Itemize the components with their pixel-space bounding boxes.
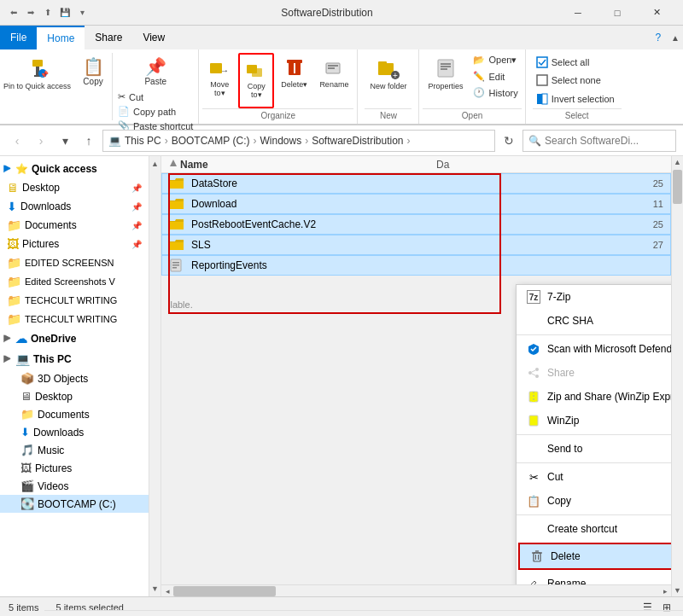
maximize-button[interactable]: □	[598, 0, 637, 26]
sidebar-item-music[interactable]: 🎵 Music	[0, 441, 149, 459]
minimize-button[interactable]: ─	[558, 0, 598, 26]
breadcrumb-bootcamp[interactable]: BOOTCAMP (C:)	[172, 135, 250, 147]
name-header[interactable]: Name	[180, 159, 436, 171]
h-scroll-thumb[interactable]	[173, 586, 276, 596]
copy-button[interactable]: 📋 Copy	[74, 53, 112, 120]
documents-icon: 📁	[7, 218, 21, 232]
ctx-delete[interactable]: Delete	[518, 543, 671, 570]
v-scroll-up-btn[interactable]: ▲	[672, 156, 683, 168]
ribbon-collapse[interactable]: ▲	[668, 26, 683, 49]
open-button[interactable]: 📂 Open▾	[470, 53, 521, 67]
sidebar-item-documents[interactable]: 📁 Documents 📌	[0, 216, 149, 235]
copy-path-button[interactable]: 📄 Copy path	[113, 104, 198, 119]
svg-rect-31	[172, 267, 177, 269]
properties-button[interactable]: Properties	[423, 53, 468, 108]
sidebar-item-pc-downloads[interactable]: ⬇ Downloads	[0, 423, 149, 441]
sidebar-item-edited2[interactable]: 📁 Edited Screenshots V	[0, 272, 149, 291]
sidebar-item-3dobjects[interactable]: 📦 3D Objects	[0, 369, 149, 387]
copy-to-button[interactable]: Copyto▾	[238, 53, 274, 108]
date-header[interactable]: Da	[436, 159, 664, 171]
back-button[interactable]: ‹	[7, 131, 27, 151]
ctx-defender[interactable]: Scan with Microsoft Defender...	[517, 337, 671, 361]
close-button[interactable]: ✕	[637, 0, 676, 26]
ctx-cut[interactable]: ✂ Cut	[517, 465, 671, 489]
sidebar-item-desktop[interactable]: 🖥 Desktop 📌	[0, 178, 149, 197]
delete-button[interactable]: Delete▾	[276, 53, 312, 108]
ctx-defender-label: Scan with Microsoft Defender...	[547, 343, 671, 355]
breadcrumb-thispc[interactable]: This PC	[125, 135, 161, 147]
ctx-rename[interactable]: Rename	[517, 572, 671, 584]
ctx-sendto[interactable]: Send to ›	[517, 437, 671, 461]
invert-selection-button[interactable]: Invert selection	[533, 91, 622, 107]
tab-file[interactable]: File	[0, 26, 37, 49]
paste-icon: 📌	[145, 56, 166, 77]
file-item-datastore[interactable]: DataStore 25	[161, 173, 671, 194]
ctx-crcsha[interactable]: CRC SHA ›	[517, 309, 671, 333]
ctx-zipshare-label: Zip and Share (WinZip Express)	[547, 391, 671, 403]
onedrive-header[interactable]: ⯈ ☁ OneDrive	[0, 328, 149, 349]
file-item-sls[interactable]: SLS 27	[161, 235, 671, 255]
paste-button[interactable]: 📌 Paste	[113, 53, 198, 90]
select-all-button[interactable]: Select all	[533, 55, 622, 70]
file-item-reporting[interactable]: ReportingEvents	[161, 255, 671, 276]
h-scroll-left-btn[interactable]: ◂	[161, 585, 173, 597]
refresh-button[interactable]: ↻	[499, 131, 519, 151]
sidebar-item-techcult1[interactable]: 📁 TECHCULT WRITING	[0, 291, 149, 310]
ctx-7zip[interactable]: 7z 7-Zip ›	[517, 285, 671, 309]
new-folder-button[interactable]: + New folder	[365, 53, 412, 108]
sidebar-pc-pictures-label: Pictures	[35, 462, 72, 474]
edit-button[interactable]: ✏️ Edit	[470, 69, 521, 84]
sidebar-item-pc-documents[interactable]: 📁 Documents	[0, 405, 149, 423]
breadcrumb-softdist[interactable]: SoftwareDistribution	[312, 135, 403, 147]
cut-button[interactable]: ✂ Cut	[113, 90, 198, 104]
ctx-defender-icon	[527, 342, 540, 356]
sidebar-documents-label: Documents	[25, 219, 77, 231]
forward-button[interactable]: ›	[31, 131, 51, 151]
h-scroll-right-btn[interactable]: ▸	[659, 585, 671, 597]
ctx-zipshare[interactable]: Zip and Share (WinZip Express)	[517, 385, 671, 409]
tab-view[interactable]: View	[132, 26, 175, 49]
sidebar-item-bootcamp[interactable]: 💽 BOOTCAMP (C:)	[0, 495, 149, 513]
up-button[interactable]: ↑	[79, 131, 99, 151]
tab-home[interactable]: Home	[37, 26, 85, 49]
ctx-copy[interactable]: 📋 Copy	[517, 489, 671, 513]
file-item-postreboot[interactable]: PostRebootEventCache.V2 25	[161, 214, 671, 235]
ctx-shortcut[interactable]: Create shortcut	[517, 517, 671, 541]
sidebar-item-techcult2[interactable]: 📁 TECHCULT WRITING	[0, 310, 149, 328]
sidebar-item-pictures[interactable]: 🖼 Pictures 📌	[0, 235, 149, 253]
file-item-download[interactable]: Download 11	[161, 194, 671, 214]
sidebar-edited1-label: EDITED SCREENSN	[25, 258, 114, 268]
ctx-sendto-icon	[527, 442, 540, 456]
search-input[interactable]	[545, 135, 673, 147]
sidebar-item-edited1[interactable]: 📁 EDITED SCREENSN	[0, 253, 149, 272]
rename-button[interactable]: Rename	[314, 53, 353, 108]
v-scroll-down-btn[interactable]: ▼	[672, 584, 683, 596]
breadcrumb[interactable]: 💻 This PC › BOOTCAMP (C:) › Windows › So…	[102, 130, 495, 152]
recent-locations-button[interactable]: ▾	[55, 131, 75, 151]
ctx-winzip[interactable]: WinZip ›	[517, 409, 671, 433]
open-buttons: Properties 📂 Open▾ ✏️ Edit 🕐 History	[423, 53, 521, 108]
sidebar-scroll-up[interactable]: ▲	[151, 160, 159, 168]
quick-access-header[interactable]: ⯈ ⭐ Quick access	[0, 160, 149, 178]
v-scroll-thumb[interactable]	[673, 170, 682, 204]
dropdown-icon[interactable]: ▾	[75, 6, 89, 20]
sidebar-item-videos[interactable]: 🎬 Videos	[0, 477, 149, 495]
ribbon-help[interactable]: ?	[648, 26, 668, 49]
move-to-button[interactable]: → Moveto▾	[202, 53, 236, 108]
ctx-share[interactable]: Share	[517, 361, 671, 385]
sidebar-item-pc-pictures[interactable]: 🖼 Pictures	[0, 459, 149, 477]
ctx-7zip-label: 7-Zip	[547, 291, 570, 303]
sidebar-arrows: ▲ ▼	[149, 156, 161, 596]
sidebar-scroll-down[interactable]: ▼	[151, 584, 159, 593]
sidebar-item-downloads[interactable]: ⬇ Downloads 📌	[0, 197, 149, 216]
open-subgroup: 📂 Open▾ ✏️ Edit 🕐 History	[470, 53, 521, 108]
select-buttons: Select all Select none Invert selection	[533, 53, 622, 108]
history-button[interactable]: 🕐 History	[470, 85, 521, 100]
thispc-header[interactable]: ⯈ 💻 This PC	[0, 349, 149, 369]
sidebar-item-pc-desktop[interactable]: 🖥 Desktop	[0, 387, 149, 405]
pin-quick-access-button[interactable]: 📌 Pin to Quick access	[0, 53, 74, 120]
select-none-button[interactable]: Select none	[533, 73, 622, 88]
tab-share[interactable]: Share	[85, 26, 132, 49]
h-scrollbar: ◂ ▸	[161, 584, 671, 596]
breadcrumb-windows[interactable]: Windows	[260, 135, 301, 147]
